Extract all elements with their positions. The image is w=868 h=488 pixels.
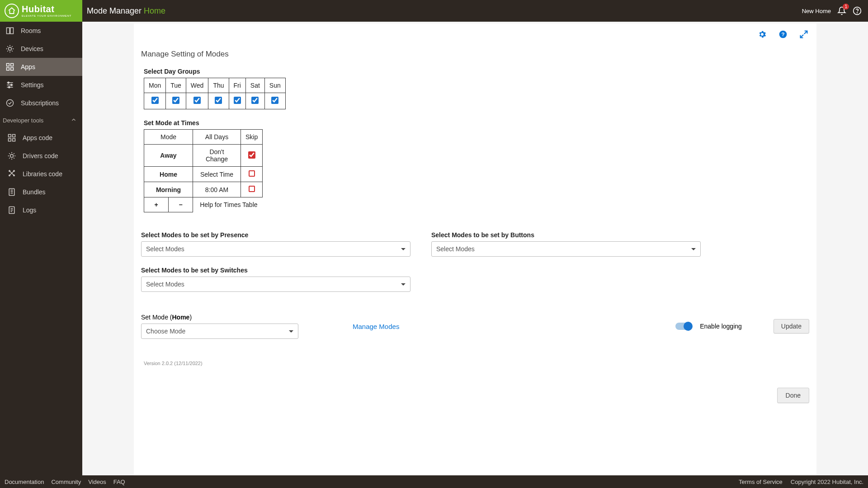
presence-select[interactable]: Select Modes bbox=[141, 241, 410, 257]
libraries-code-icon bbox=[7, 169, 16, 178]
sidebar-item-apps[interactable]: Apps bbox=[0, 58, 82, 76]
expand-icon[interactable] bbox=[799, 30, 808, 39]
sidebar-section-label: Developer tools bbox=[3, 117, 43, 124]
day-groups-table: MonTueWedThuFriSatSun bbox=[144, 78, 286, 109]
mode-cell[interactable]: Home bbox=[144, 167, 193, 182]
mode-cell[interactable]: Morning bbox=[144, 182, 193, 197]
breadcrumb-mode: Home bbox=[144, 6, 165, 15]
set-mode-value: Home bbox=[172, 314, 189, 321]
sidebar-item-apps-code[interactable]: Apps code bbox=[0, 129, 82, 147]
day-checkbox[interactable] bbox=[251, 97, 259, 104]
sidebar-item-label: Settings bbox=[21, 81, 44, 89]
footer-link[interactable]: Terms of Service bbox=[739, 479, 783, 485]
sidebar-item-label: Drivers code bbox=[23, 152, 58, 160]
switches-select[interactable]: Select Modes bbox=[141, 277, 410, 292]
footer: DocumentationCommunityVideosFAQ Terms of… bbox=[0, 475, 868, 488]
buttons-select[interactable]: Select Modes bbox=[431, 241, 701, 257]
day-groups-label: Select Day Groups bbox=[144, 68, 809, 75]
svg-point-17 bbox=[10, 155, 14, 158]
footer-link[interactable]: Documentation bbox=[5, 479, 44, 485]
table-header: Skip bbox=[241, 130, 263, 145]
help-icon[interactable]: ? bbox=[778, 30, 788, 39]
footer-link[interactable]: Community bbox=[51, 479, 81, 485]
footer-link[interactable]: FAQ bbox=[113, 479, 125, 485]
svg-point-1 bbox=[857, 13, 858, 13]
select-placeholder: Select Modes bbox=[146, 245, 184, 253]
svg-rect-14 bbox=[13, 135, 15, 137]
table-row: HomeSelect Time bbox=[144, 167, 263, 182]
help-icon[interactable] bbox=[853, 6, 862, 15]
sidebar-item-libraries-code[interactable]: Libraries code bbox=[0, 165, 82, 183]
brand-name: Hubitat bbox=[22, 5, 71, 14]
day-header: Thu bbox=[208, 78, 229, 93]
sidebar-item-settings[interactable]: Settings bbox=[0, 76, 82, 94]
help-times-link[interactable]: Help for Times Table bbox=[193, 197, 263, 212]
remove-row-button[interactable]: − bbox=[169, 197, 193, 212]
day-checkbox[interactable] bbox=[271, 97, 278, 104]
sidebar-item-drivers-code[interactable]: Drivers code bbox=[0, 147, 82, 165]
svg-point-10 bbox=[11, 84, 12, 85]
skip-checkbox[interactable] bbox=[249, 170, 255, 177]
logo-icon bbox=[5, 4, 19, 18]
set-mode-prefix: Set Mode ( bbox=[141, 314, 172, 321]
svg-rect-7 bbox=[7, 68, 9, 70]
logs-icon bbox=[7, 206, 16, 215]
time-cell[interactable]: 8:00 AM bbox=[193, 182, 241, 197]
svg-point-12 bbox=[7, 100, 14, 107]
location-name[interactable]: New Home bbox=[802, 8, 831, 14]
subscriptions-icon bbox=[5, 99, 14, 108]
drivers-code-icon bbox=[7, 151, 16, 160]
mode-cell[interactable]: Away bbox=[144, 145, 193, 167]
day-checkbox[interactable] bbox=[193, 97, 201, 104]
choose-mode-select[interactable]: Choose Mode bbox=[141, 324, 298, 339]
rooms-icon bbox=[5, 26, 14, 35]
sidebar-item-label: Devices bbox=[21, 45, 43, 52]
footer-link[interactable]: Copyright 2022 Hubitat, Inc. bbox=[791, 479, 863, 485]
sidebar-item-subscriptions[interactable]: Subscriptions bbox=[0, 94, 82, 112]
add-row-button[interactable]: + bbox=[144, 197, 169, 212]
day-checkbox[interactable] bbox=[215, 97, 222, 104]
time-cell[interactable]: Don't Change bbox=[193, 145, 241, 167]
done-button[interactable]: Done bbox=[777, 388, 809, 403]
sidebar-item-bundles[interactable]: Bundles bbox=[0, 183, 82, 201]
svg-rect-16 bbox=[13, 139, 15, 141]
skip-checkbox[interactable] bbox=[249, 186, 255, 192]
caret-down-icon bbox=[401, 248, 406, 250]
footer-link[interactable]: Videos bbox=[88, 479, 106, 485]
sidebar-item-label: Logs bbox=[23, 206, 36, 214]
select-placeholder: Select Modes bbox=[146, 281, 184, 288]
update-button[interactable]: Update bbox=[774, 319, 809, 333]
svg-rect-22 bbox=[9, 189, 14, 196]
sidebar-section-developer[interactable]: Developer tools bbox=[0, 112, 82, 129]
day-checkbox[interactable] bbox=[172, 97, 179, 104]
set-times-label: Set Mode at Times bbox=[144, 119, 809, 127]
sidebar: Rooms Devices Apps Settings Subscription… bbox=[0, 22, 82, 475]
card: ? Manage Setting of Modes Select Day Gro… bbox=[134, 23, 816, 475]
notifications-button[interactable]: 1 bbox=[837, 6, 846, 15]
bundles-icon bbox=[7, 188, 16, 197]
logo[interactable]: Hubitat ELEVATE YOUR ENVIRONMENT bbox=[0, 0, 82, 22]
apps-icon bbox=[5, 62, 14, 71]
day-checkbox[interactable] bbox=[234, 97, 241, 104]
day-header: Sun bbox=[264, 78, 285, 93]
sidebar-item-devices[interactable]: Devices bbox=[0, 40, 82, 58]
svg-text:?: ? bbox=[781, 31, 784, 37]
enable-logging-toggle[interactable] bbox=[675, 323, 692, 330]
version-text: Version 2.0.2 (12/11/2022) bbox=[144, 361, 809, 366]
presence-label: Select Modes to be set by Presence bbox=[141, 231, 410, 239]
svg-point-11 bbox=[9, 86, 10, 88]
caret-down-icon bbox=[691, 248, 696, 250]
svg-point-4 bbox=[9, 47, 12, 51]
svg-rect-2 bbox=[7, 28, 10, 33]
breadcrumb: Mode Manager Home bbox=[87, 6, 165, 16]
skip-checkbox[interactable] bbox=[248, 151, 255, 159]
time-cell[interactable]: Select Time bbox=[193, 167, 241, 182]
day-checkbox[interactable] bbox=[151, 97, 159, 104]
svg-rect-5 bbox=[7, 64, 9, 66]
day-header: Fri bbox=[229, 78, 245, 93]
svg-rect-6 bbox=[11, 64, 14, 66]
manage-modes-link[interactable]: Manage Modes bbox=[353, 323, 399, 330]
sidebar-item-logs[interactable]: Logs bbox=[0, 201, 82, 219]
sidebar-item-rooms[interactable]: Rooms bbox=[0, 22, 82, 40]
gear-icon[interactable] bbox=[758, 30, 767, 39]
